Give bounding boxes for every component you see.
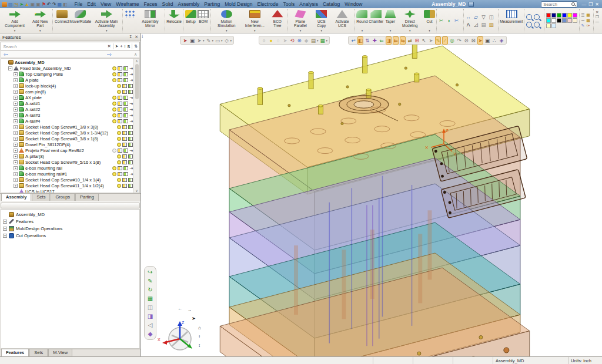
drag-component[interactable]: ⊕▾ — [296, 37, 302, 44]
dim-linear[interactable]: ↔ — [465, 14, 472, 21]
pin[interactable]: ⚑ — [42, 2, 46, 7]
tree-item[interactable]: + e-box mounting rail ⇥ — [2, 165, 133, 171]
render-mode-icon[interactable] — [123, 78, 128, 82]
line-tool[interactable]: ∕ — [442, 36, 448, 45]
display-mode-icon[interactable] — [118, 119, 122, 123]
target-circle[interactable]: ◎ — [449, 37, 455, 44]
display-mode-icon[interactable] — [122, 125, 127, 129]
tree-tab[interactable]: Assembly — [1, 193, 31, 201]
edit-sketch[interactable]: ✎ — [148, 278, 152, 284]
minimize-button[interactable]: — — [581, 2, 586, 7]
display-mode-icon[interactable] — [122, 143, 127, 147]
rotate-tool[interactable]: ↻ — [148, 287, 152, 293]
grid-view[interactable]: ▦ — [57, 2, 62, 7]
hide-right[interactable]: ◨ — [386, 36, 392, 45]
render-mode-icon[interactable] — [123, 66, 128, 70]
display-mode-icon[interactable] — [122, 154, 127, 159]
dropdown-caret[interactable]: ▾ — [409, 29, 411, 32]
grid-display[interactable]: ▦ — [148, 295, 153, 302]
palette-color[interactable] — [557, 13, 561, 18]
expand-toggle[interactable]: + — [14, 143, 18, 147]
explode[interactable]: ✚ — [372, 37, 377, 44]
dropdown-caret[interactable]: ▾ — [429, 29, 430, 32]
tree-item[interactable]: + Socket Head Cap Screw#10_1/4 x 1(4) ⇥ — [2, 177, 133, 183]
scrollbar-up-arrow[interactable]: ∧ — [135, 59, 138, 63]
visibility-bulb-icon[interactable] — [117, 137, 121, 141]
tree-item[interactable]: + e-box mounting rail#1 ⇥ — [2, 171, 133, 177]
render-mode-icon[interactable] — [128, 137, 133, 141]
clip-box[interactable]: ⊠ — [470, 37, 476, 44]
render-mode-icon[interactable] — [123, 172, 128, 176]
tree-search-input[interactable]: Search — [3, 44, 17, 49]
tree-item[interactable]: + Socket Head Cap Screw#3_3/8 x 1(8) ⇥ — [2, 136, 133, 141]
orientation-triad[interactable]: Z X — [154, 319, 201, 356]
blank-toggle[interactable]: ○▾ — [261, 37, 267, 44]
dropdown-caret[interactable]: ▾ — [106, 29, 108, 32]
step-back[interactable]: ← — [178, 306, 182, 311]
corner-view[interactable]: ↖ — [421, 37, 427, 44]
visibility-bulb-icon[interactable] — [117, 143, 121, 147]
menu-item[interactable]: Mold Design — [222, 1, 255, 7]
tree-item[interactable]: + A-pillar(8) ⇥ — [2, 153, 133, 159]
hide-half[interactable]: ◧ — [357, 36, 363, 45]
render-mode-icon[interactable] — [128, 154, 133, 159]
flip-view[interactable]: ◁ — [148, 322, 153, 328]
visibility-bulb-icon[interactable] — [117, 84, 121, 88]
undo-view[interactable]: ↩ — [350, 37, 356, 44]
layer-manager[interactable]: ▤▾ — [310, 37, 319, 44]
gem-display[interactable]: ◈ — [499, 37, 504, 44]
dim-leader[interactable]: ▱ — [473, 14, 480, 21]
dropdown-caret[interactable]: ▾ — [254, 29, 256, 32]
expand-toggle[interactable]: + — [14, 178, 18, 182]
render-mode-icon[interactable] — [123, 113, 128, 117]
manager-tab[interactable]: Features — [1, 349, 29, 356]
manager-item[interactable]: + Features — [1, 218, 139, 225]
activate-main-assembly[interactable]: Activate Main Assembly ▾ — [91, 9, 122, 32]
expand-toggle[interactable]: + — [14, 96, 18, 100]
cube-view[interactable]: ◆ — [148, 331, 153, 337]
visibility-bulb-icon[interactable] — [112, 66, 116, 70]
render-mode-icon[interactable] — [123, 166, 128, 170]
expand-toggle[interactable]: + — [3, 227, 7, 231]
visibility-bulb-icon[interactable] — [112, 72, 116, 76]
tree-item[interactable]: + A plate ⇥ — [2, 77, 133, 83]
search-clear-icon[interactable]: ✕ — [108, 44, 111, 49]
panel-close-icon[interactable]: ✕ — [135, 35, 138, 39]
history-forward-arrow[interactable]: ⇨ — [107, 52, 112, 58]
tree-item[interactable]: + Dowel Pin_38112DP(4) ⇥ — [2, 141, 133, 147]
expand-toggle[interactable]: + — [14, 102, 18, 106]
pointer[interactable]: ➤ — [428, 37, 434, 44]
doc-close-button[interactable]: ✕ — [596, 10, 600, 14]
manager-tab[interactable]: Sets — [29, 349, 48, 356]
pin-icon[interactable]: ↧ — [129, 35, 132, 39]
tilt-down[interactable]: ↓ — [141, 33, 143, 39]
expand-toggle[interactable]: − — [8, 66, 12, 70]
expand-toggle[interactable]: + — [14, 119, 18, 123]
menu-item[interactable]: File — [72, 1, 85, 7]
palette-color[interactable] — [551, 23, 556, 28]
expand-toggle[interactable]: + — [14, 184, 18, 188]
graphics-viewport[interactable]: ZXY ➤▾▣▾➤▾✎▾▭▾◇▾ ○▾●▾○▾➤▾⟲▾⊕▾◆▾▤▾▦▾ ↩◧⇅✚… — [141, 33, 602, 356]
new-interference-check[interactable]: New Interferen... ▾ — [241, 9, 269, 32]
ghost-mode[interactable]: ◆▾ — [303, 37, 309, 44]
manager-tab[interactable]: M-View — [48, 349, 72, 356]
visibility-bulb-icon[interactable] — [112, 78, 116, 82]
visibility-bulb-icon[interactable] — [112, 166, 116, 170]
palette-color[interactable] — [562, 13, 567, 18]
menu-item[interactable]: Window — [342, 1, 364, 7]
expand-toggle[interactable]: + — [14, 125, 18, 129]
export[interactable]: ➤ — [19, 2, 24, 7]
expand-toggle[interactable] — [3, 213, 7, 217]
tree-item[interactable]: + AX plate ⇥ — [2, 95, 133, 100]
exchange[interactable]: ⇄ — [407, 37, 413, 44]
zoom-window[interactable] — [526, 14, 532, 20]
copy-view[interactable]: ◫ — [148, 304, 153, 311]
bom[interactable]: BOM ▾ — [197, 9, 210, 32]
tree-item[interactable]: + Socket Head Cap Screw#11_1/4 x 1/2(4) … — [2, 183, 133, 188]
expand-toggle[interactable] — [3, 60, 7, 65]
menu-item[interactable]: Wireframe — [113, 1, 141, 7]
expand-toggle[interactable]: + — [14, 72, 18, 76]
insert-block[interactable]: ◨ — [148, 313, 153, 319]
expand-toggle[interactable]: + — [14, 166, 18, 170]
palette-color[interactable] — [557, 18, 561, 23]
